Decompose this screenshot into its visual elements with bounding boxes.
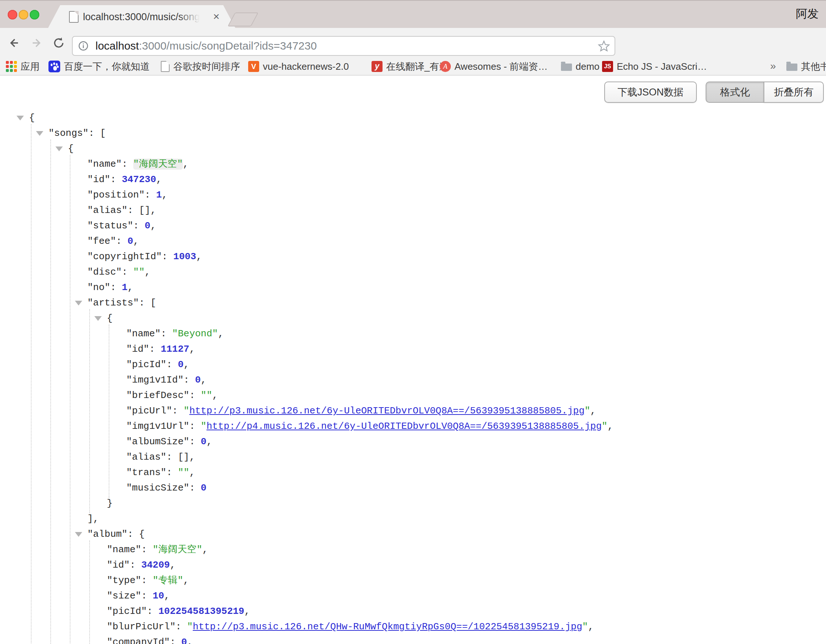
json-viewer-page: 下载JSON数据 格式化 折叠所有 {"songs": [{"name": "海… <box>0 76 826 644</box>
view-mode-button-group: 格式化 折叠所有 <box>706 82 824 103</box>
json-key: "alias" <box>126 452 166 462</box>
collapse-toggle-icon[interactable] <box>94 316 102 321</box>
json-key: "briefDesc" <box>126 390 189 401</box>
url-link[interactable]: http://p3.music.126.net/6y-UleORITEDbvrO… <box>189 405 585 416</box>
collapse-toggle-icon[interactable] <box>17 116 24 120</box>
close-window-button[interactable] <box>8 10 17 19</box>
json-key: "picId" <box>107 606 147 617</box>
apps-grid-icon <box>6 61 17 72</box>
json-punctuation: : <box>175 621 187 632</box>
bookmark-star-icon[interactable] <box>598 40 610 52</box>
json-number-value: 0 <box>144 220 151 231</box>
json-punctuation: , <box>218 328 224 339</box>
json-key: "songs" <box>48 128 88 139</box>
json-punctuation: : <box>147 606 158 617</box>
collapse-toggle-icon[interactable] <box>75 532 82 537</box>
bookmark-item[interactable]: AAwesomes - 前端资… <box>440 58 548 75</box>
bookmark-item[interactable]: JSEcho JS - JavaScri… <box>602 58 707 75</box>
indent-guide <box>89 540 90 644</box>
json-punctuation: , <box>151 220 157 231</box>
bookmark-label: Echo JS - JavaScri… <box>617 61 707 72</box>
bookmark-item[interactable]: 应用 <box>6 58 40 75</box>
json-line: "id": 34209, <box>0 557 826 573</box>
json-number-value: 34209 <box>141 560 170 571</box>
json-key: "companyId" <box>107 637 170 644</box>
awesomes-icon: A <box>440 61 451 72</box>
json-punctuation: : <box>162 251 173 262</box>
bookmark-label: demo <box>576 61 599 72</box>
reload-button[interactable] <box>52 36 65 50</box>
json-punctuation: : <box>141 575 153 586</box>
url-link[interactable]: http://p3.music.126.net/QHw-RuMwfQkmgtiy… <box>193 621 582 632</box>
bookmark-item[interactable]: 百度一下，你就知道 <box>48 58 150 75</box>
indent-guide <box>50 140 51 644</box>
collapse-toggle-icon[interactable] <box>56 146 63 151</box>
json-string-value: "专辑" <box>153 575 183 586</box>
bookmark-label: 在线翻译_有道 <box>386 60 449 73</box>
json-punctuation: , <box>162 189 168 200</box>
browser-tab[interactable]: localhost:3000/music/songDe × <box>48 5 236 29</box>
json-key: "type" <box>107 575 141 586</box>
json-punctuation: : <box>144 189 156 200</box>
json-number-value: 0 <box>201 483 206 493</box>
json-punctuation: : <box>189 483 201 493</box>
bookmark-item[interactable]: Vvue-hackernews-2.0 <box>248 58 349 75</box>
back-button[interactable] <box>7 36 20 50</box>
json-punctuation: : <box>183 374 195 385</box>
new-tab-button[interactable] <box>228 12 258 26</box>
url-link[interactable]: http://p4.music.126.net/6y-UleORITEDbvrO… <box>206 421 602 432</box>
json-line: "disc": "", <box>0 264 826 280</box>
json-key: "status" <box>87 220 133 231</box>
echojs-icon: JS <box>602 61 613 72</box>
site-info-icon[interactable] <box>78 40 89 51</box>
json-punctuation: , <box>212 390 218 401</box>
collapse-all-button[interactable]: 折叠所有 <box>764 82 824 103</box>
tab-strip: localhost:3000/music/songDe × 阿发 <box>0 0 826 28</box>
collapse-toggle-icon[interactable] <box>75 301 82 306</box>
other-bookmarks-label: 其他书签 <box>801 60 826 73</box>
json-punctuation: , <box>189 344 195 355</box>
browser-window: localhost:3000/music/songDe × 阿发 localho… <box>0 0 826 644</box>
json-line: "type": "专辑", <box>0 573 826 588</box>
json-number-value: 1 <box>122 282 128 293</box>
json-key: "artists" <box>87 297 139 309</box>
json-line: "musicSize": 0 <box>0 480 826 496</box>
json-line: "album": { <box>0 526 826 542</box>
json-number-value: 1003 <box>173 251 196 262</box>
other-bookmarks-folder[interactable]: 其他书签 <box>786 58 826 75</box>
tab-close-icon[interactable]: × <box>213 5 219 29</box>
download-json-button[interactable]: 下载JSON数据 <box>604 82 697 103</box>
json-key: "id" <box>107 560 130 571</box>
format-button[interactable]: 格式化 <box>706 82 764 103</box>
json-punctuation: : <box>166 359 178 370</box>
json-key: "no" <box>87 282 110 293</box>
json-number-value: 102254581395219 <box>158 606 244 617</box>
json-punctuation: , <box>201 374 206 385</box>
json-punctuation: , <box>183 158 189 170</box>
json-punctuation: : [], <box>127 205 156 216</box>
json-line: "picId": 102254581395219, <box>0 604 826 619</box>
url-text[interactable]: localhost:3000/music/songDetail?ids=3472… <box>95 37 317 55</box>
json-number-value: 0 <box>178 359 183 370</box>
json-line: "img1v1Url": "http://p4.music.126.net/6y… <box>0 419 826 434</box>
bookmark-item[interactable]: y在线翻译_有道 <box>371 58 449 75</box>
json-punctuation: } <box>107 498 113 509</box>
bookmarks-overflow-chevron[interactable]: » <box>770 58 776 75</box>
bookmark-item[interactable]: 谷歌按时间排序 <box>161 58 240 75</box>
collapse-toggle-icon[interactable] <box>36 131 43 136</box>
json-line: ], <box>0 511 826 526</box>
minimize-window-button[interactable] <box>19 10 28 19</box>
json-line: { <box>0 141 826 157</box>
json-key: "picId" <box>126 359 166 370</box>
json-line: "no": 1, <box>0 280 826 295</box>
json-number-value: 10 <box>153 590 164 601</box>
bookmark-item[interactable]: demo <box>561 58 599 75</box>
json-line: "briefDesc": "", <box>0 388 826 403</box>
json-string-value: "Beyond" <box>172 328 218 339</box>
address-bar[interactable]: localhost:3000/music/songDetail?ids=3472… <box>72 36 615 56</box>
fullscreen-window-button[interactable] <box>30 10 39 19</box>
json-key: "id" <box>126 344 149 355</box>
forward-button[interactable] <box>30 36 43 50</box>
folder-icon <box>786 64 797 71</box>
profile-name[interactable]: 阿发 <box>796 1 819 29</box>
